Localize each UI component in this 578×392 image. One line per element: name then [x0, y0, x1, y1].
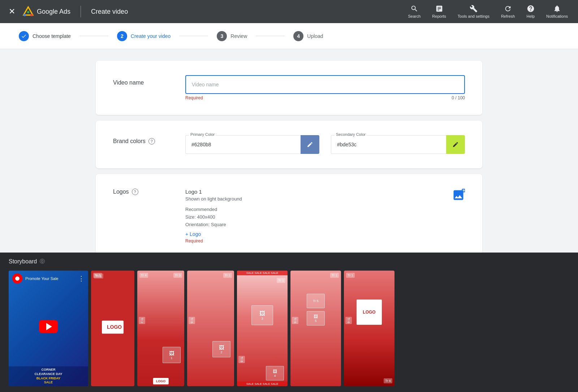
video-name-field-label: Video name	[113, 75, 171, 86]
logos-card: Logos ? Logo 1 Shown on light background…	[96, 174, 482, 258]
frame-5-tr6-label: Tr 6	[292, 317, 298, 324]
secondary-color-swatch-button[interactable]	[446, 135, 465, 154]
primary-color-swatch-button[interactable]	[301, 135, 319, 154]
step-2-label: Create your video	[131, 33, 171, 39]
step-1-choose-template[interactable]: Choose template	[12, 31, 78, 41]
svg-point-3	[30, 14, 33, 16]
storyboard-header: Storyboard ⓪	[9, 258, 569, 265]
step-connector-1	[79, 36, 108, 36]
brand-colors-help-icon[interactable]: ?	[148, 138, 155, 145]
logo-recommended: Recommended	[185, 206, 437, 214]
close-button[interactable]: ✕	[6, 6, 18, 17]
video-name-input[interactable]	[185, 75, 465, 94]
storyboard-frame-6[interactable]: Tr 1 Tr 6 LOGO Tr 6	[344, 271, 394, 386]
storyboard-frame-5[interactable]: Tr 1 Tr 6 Tr 5 🖼 5	[290, 271, 341, 386]
play-triangle	[46, 323, 52, 330]
reports-button[interactable]: Reports	[428, 2, 450, 21]
refresh-icon	[504, 5, 512, 13]
yt-main-content	[9, 287, 88, 366]
frame-4-sale-banner-bottom: SALE SALE SALE SALE	[237, 382, 288, 386]
storyboard-frame-4[interactable]: SALE SALE SALE SALE Tr 1 🖼 3 Tr 8 🖼 4 SA…	[237, 271, 288, 386]
frame-4-tr1-label: Tr 1	[277, 278, 285, 283]
primary-color-input[interactable]	[185, 135, 301, 154]
tools-label: Tools and settings	[458, 14, 489, 18]
pencil-icon-2	[452, 141, 459, 148]
tools-icon	[470, 5, 478, 13]
help-label: Help	[526, 14, 535, 18]
storyboard-frame-1[interactable]: Tr 2 Tr 1 LOGO	[91, 271, 134, 386]
notifications-button[interactable]: Notifications	[542, 2, 572, 21]
logo-size: Size: 400x400	[185, 214, 437, 221]
frame-3-img2-placeholder: 🖼 2	[212, 341, 230, 357]
step-3-review[interactable]: 3 Review	[210, 31, 254, 41]
tools-settings-button[interactable]: Tools and settings	[453, 2, 494, 21]
frame-1-logo-placeholder: LOGO	[102, 320, 124, 333]
notifications-label: Notifications	[546, 14, 568, 18]
search-button[interactable]: Search	[404, 2, 425, 21]
yt-top-bar: Promote Your Sale ⋮	[9, 271, 88, 287]
refresh-button[interactable]: Refresh	[497, 2, 519, 21]
secondary-color-group: Secondary Color	[331, 135, 465, 154]
secondary-color-input-wrapper: Secondary Color	[331, 135, 446, 154]
frame-4-sale-banner: SALE SALE SALE SALE	[237, 271, 288, 275]
step-2-create-video[interactable]: 2 Create your video	[110, 31, 178, 41]
storyboard-help-icon[interactable]: ⓪	[40, 258, 45, 265]
app-name: Google Ads	[37, 8, 70, 16]
frame-6-logo-large: LOGO	[357, 300, 382, 325]
color-fields: Primary Color Secondary Color	[185, 135, 465, 154]
add-logo-button[interactable]: + Logo	[185, 231, 201, 237]
step-4-upload[interactable]: 4 Upload	[286, 31, 330, 41]
google-ads-logo-icon	[22, 6, 34, 17]
frame-6-tr6-label: Tr 6	[345, 317, 352, 324]
primary-color-input-wrapper: Primary Color	[185, 135, 301, 154]
page-title: Create video	[91, 8, 128, 16]
search-label: Search	[408, 14, 420, 18]
primary-color-label: Primary Color	[189, 132, 216, 137]
logo-info: Logo 1 Shown on light background Recomme…	[185, 189, 437, 244]
frame-2-img1-placeholder: 🖼 1	[163, 347, 181, 363]
frame-2-tr4-label: Tr 4	[139, 273, 148, 278]
brand-colors-card: Brand colors ? Primary Color	[96, 121, 482, 168]
logos-section: Logos ? Logo 1 Shown on light background…	[113, 189, 465, 244]
video-name-field-content: Required 0 / 100	[185, 75, 465, 100]
secondary-color-input[interactable]	[331, 135, 446, 154]
yt-channel-name: Promote Your Sale	[25, 276, 75, 281]
storyboard-section: Storyboard ⓪ Promote Your Sale ⋮	[0, 253, 578, 392]
yt-play-button[interactable]	[39, 320, 58, 333]
bell-icon	[553, 5, 561, 13]
logos-help-icon[interactable]: ?	[132, 189, 138, 195]
reports-label: Reports	[432, 14, 446, 18]
help-button[interactable]: Help	[522, 2, 539, 21]
frame-1-tr1-label: Tr 1	[94, 273, 103, 279]
svg-point-1	[27, 11, 29, 13]
logos-label-group: Logos ?	[113, 189, 171, 195]
step-2-circle: 2	[117, 31, 127, 41]
frame-3-tr1-label: Tr 1	[223, 273, 232, 278]
logo-orientation: Orientation: Square	[185, 221, 437, 229]
yt-bottom-text: CORNERCLEARANCE DAYBLACK FRIDAYSALE	[9, 366, 88, 386]
nav-divider	[81, 6, 81, 17]
brand-colors-row: Brand colors ? Primary Color	[113, 135, 465, 154]
video-name-card: Video name Required 0 / 100	[96, 61, 482, 115]
brand-colors-label-group: Brand colors ?	[113, 135, 171, 145]
step-4-label: Upload	[307, 33, 323, 39]
storyboard-frame-3[interactable]: Tr 1 Tr 6 🖼 2	[187, 271, 234, 386]
step-1-label: Choose template	[33, 33, 71, 39]
yt-preview-bg: Promote Your Sale ⋮ CORNERCLEARANCE DAYB…	[9, 271, 88, 386]
frame-5-img5-placeholder: 🖼 5	[307, 311, 325, 326]
help-icon	[527, 5, 535, 13]
yt-more-button[interactable]: ⋮	[78, 275, 85, 283]
step-3-circle: 3	[217, 31, 227, 41]
video-preview[interactable]: Promote Your Sale ⋮ CORNERCLEARANCE DAYB…	[9, 271, 88, 386]
top-navigation: ✕ Google Ads Create video Search Report	[0, 0, 578, 23]
storyboard-frame-2[interactable]: Tr 3 Tr 2 🖼 1 Tr 4 LOGO	[137, 271, 184, 386]
logo1-subtitle: Shown on light background	[185, 196, 437, 202]
frame-4-img3-placeholder: 🖼 3	[251, 305, 273, 325]
frame-3-tr6-label: Tr 6	[189, 317, 195, 324]
logo-upload-area[interactable]: +	[452, 189, 465, 202]
frame-2-tr2-label: Tr 2	[139, 317, 145, 324]
frame-5-tr5-label: Tr 5	[307, 294, 325, 308]
stepper: Choose template 2 Create your video 3 Re…	[0, 23, 578, 49]
frame-6-tr1-label: Tr 1	[346, 273, 355, 278]
step-connector-3	[256, 36, 285, 36]
